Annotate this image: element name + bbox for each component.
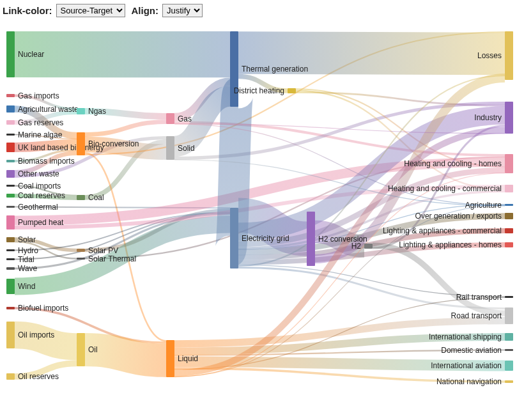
sankey-node[interactable]: Agricultural waste — [6, 105, 15, 113]
sankey-node[interactable]: Wind — [6, 279, 15, 294]
sankey-node[interactable]: Solar Thermal — [77, 258, 85, 260]
sankey-link[interactable] — [238, 215, 307, 239]
sankey-link[interactable] — [174, 160, 505, 206]
sankey-link[interactable] — [15, 212, 230, 250]
sankey-link[interactable] — [85, 122, 166, 135]
sankey-link[interactable] — [315, 78, 505, 259]
sankey-node[interactable]: Geothermal — [6, 206, 15, 208]
sankey-node[interactable]: Coal — [77, 195, 85, 200]
sankey-link[interactable] — [15, 213, 230, 259]
sankey-node[interactable]: Losses — [505, 31, 513, 80]
sankey-link[interactable] — [174, 337, 505, 351]
sankey-node[interactable]: International shipping — [505, 333, 513, 341]
sankey-link[interactable] — [15, 138, 166, 176]
sankey-link[interactable] — [15, 207, 230, 208]
sankey-link[interactable] — [174, 124, 505, 206]
sankey-node[interactable]: Coal imports — [6, 185, 15, 187]
sankey-node[interactable]: Other waste — [6, 170, 15, 178]
sankey-link[interactable] — [15, 96, 77, 109]
sankey-node[interactable]: Gas reserves — [6, 120, 15, 125]
sankey-link[interactable] — [174, 82, 230, 117]
sankey-node[interactable]: Road transport — [505, 307, 513, 324]
sankey-link[interactable] — [15, 363, 77, 377]
sankey-node[interactable]: International aviation — [505, 361, 513, 371]
sankey-link[interactable] — [15, 187, 505, 228]
sankey-node[interactable]: Ngas — [77, 108, 85, 114]
sankey-node[interactable]: Lighting & appliances - commercial — [505, 228, 513, 233]
sankey-link[interactable] — [85, 142, 166, 198]
sankey-link[interactable] — [238, 75, 505, 266]
sankey-node[interactable]: Thermal generation — [230, 31, 238, 107]
sankey-link[interactable] — [174, 362, 505, 366]
sankey-node[interactable]: Industry — [505, 102, 513, 134]
sankey-node[interactable]: Nuclear — [6, 31, 15, 77]
sankey-node[interactable]: Over generation / exports — [505, 213, 513, 219]
sankey-link[interactable] — [15, 162, 505, 221]
sankey-node[interactable]: District heating — [288, 88, 296, 93]
sankey-link[interactable] — [238, 268, 505, 309]
sankey-link[interactable] — [15, 242, 77, 259]
sankey-node[interactable]: Tidal — [6, 258, 15, 260]
sankey-node[interactable]: Agriculture — [505, 204, 513, 206]
sankey-node[interactable]: Gas imports — [6, 94, 15, 97]
sankey-link[interactable] — [238, 191, 505, 248]
sankey-node[interactable]: Oil reserves — [6, 373, 15, 380]
sankey-node[interactable]: UK land based bioenergy — [6, 143, 15, 152]
sankey-link[interactable] — [174, 368, 505, 382]
sankey-node[interactable]: Domestic aviation — [505, 349, 513, 351]
sankey-node[interactable]: Solid — [166, 136, 174, 160]
sankey-link[interactable] — [15, 109, 77, 136]
sankey-node[interactable]: Bio-conversion — [77, 132, 85, 155]
sankey-link[interactable] — [85, 350, 166, 361]
sankey-link[interactable] — [15, 153, 77, 173]
sankey-node[interactable]: Biofuel imports — [6, 307, 15, 309]
sankey-node[interactable]: Solar PV — [77, 249, 85, 252]
sankey-link[interactable] — [174, 205, 505, 377]
sankey-link[interactable] — [238, 205, 505, 249]
sankey-node[interactable]: H2 — [364, 244, 373, 249]
sankey-link[interactable] — [296, 91, 505, 190]
sankey-node[interactable]: Rail transport — [505, 296, 513, 298]
sankey-link[interactable] — [238, 53, 505, 54]
sankey-link[interactable] — [85, 157, 505, 258]
sankey-link[interactable] — [15, 186, 77, 196]
sankey-link[interactable] — [174, 124, 505, 134]
sankey-link[interactable] — [15, 239, 77, 251]
sankey-node[interactable]: Oil — [77, 333, 85, 366]
sankey-link[interactable] — [174, 97, 230, 146]
sankey-node[interactable]: Liquid — [166, 340, 174, 377]
sankey-link[interactable] — [85, 210, 230, 251]
sankey-link[interactable] — [85, 111, 166, 116]
sankey-node[interactable]: Marine algae — [6, 134, 15, 136]
sankey-link[interactable] — [174, 297, 505, 369]
sankey-node[interactable]: Electricity grid — [230, 208, 238, 268]
sankey-link[interactable] — [15, 113, 77, 123]
sankey-link[interactable] — [296, 93, 505, 106]
sankey-link[interactable] — [174, 130, 505, 373]
sankey-link[interactable] — [174, 173, 505, 377]
sankey-link[interactable] — [174, 103, 505, 158]
sankey-link[interactable] — [15, 150, 77, 161]
sankey-node[interactable]: Oil imports — [6, 322, 15, 348]
sankey-link[interactable] — [174, 122, 505, 155]
sankey-link[interactable] — [315, 231, 364, 246]
sankey-node[interactable]: Hydro — [6, 249, 15, 251]
sankey-node[interactable]: H2 conversion — [307, 212, 315, 266]
sankey-link[interactable] — [174, 321, 505, 344]
sankey-link[interactable] — [296, 89, 505, 167]
sankey-node[interactable]: Solar — [6, 237, 15, 242]
sankey-link[interactable] — [174, 350, 505, 355]
sankey-link[interactable] — [373, 245, 505, 313]
sankey-link[interactable] — [238, 170, 505, 244]
align-select[interactable]: Justify — [162, 4, 203, 17]
sankey-link[interactable] — [15, 224, 230, 286]
sankey-link[interactable] — [15, 335, 77, 346]
sankey-node[interactable]: National navigation — [505, 380, 513, 383]
sankey-link[interactable] — [85, 144, 166, 152]
sankey-link[interactable] — [15, 308, 166, 343]
sankey-link[interactable] — [15, 214, 230, 268]
sankey-node[interactable]: Heating and cooling - homes — [505, 154, 513, 173]
sankey-node[interactable]: Pumped heat — [6, 215, 15, 229]
sankey-link[interactable] — [15, 144, 77, 147]
sankey-node[interactable]: Gas — [166, 113, 174, 124]
